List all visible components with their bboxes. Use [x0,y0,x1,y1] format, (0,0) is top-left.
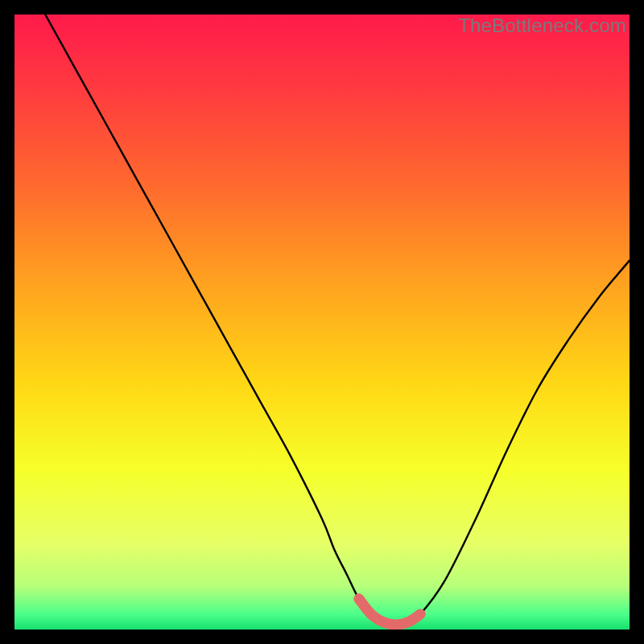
chart-frame: TheBottleneck.com [14,14,630,630]
bottleneck-plot [14,14,630,630]
gradient-background [14,14,630,630]
watermark-text: TheBottleneck.com [458,14,626,37]
